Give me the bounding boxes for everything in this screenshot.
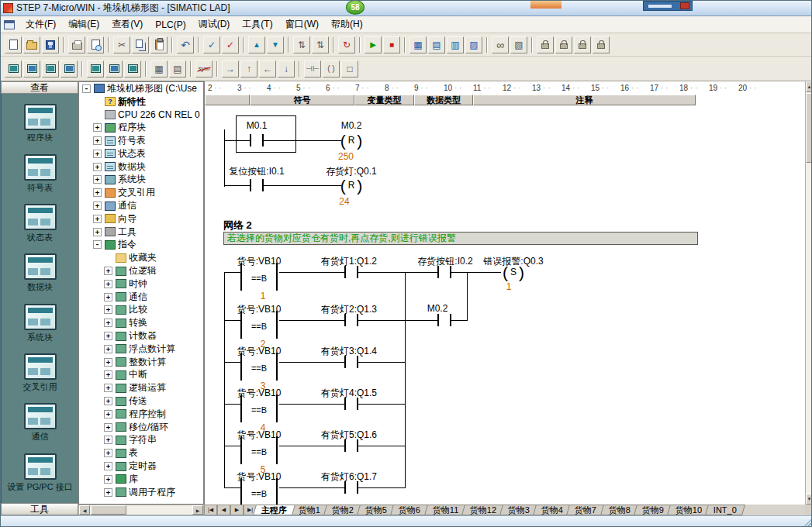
tree-item-instructions[interactable]: 指令	[79, 239, 203, 252]
operand-label[interactable]: M0.2	[341, 120, 362, 131]
tree-item-favorites[interactable]: 收藏夹	[79, 251, 203, 264]
operand-label[interactable]: M0.1	[247, 120, 268, 131]
tree-item-clock[interactable]: 时钟	[79, 277, 203, 291]
tree-expander[interactable]	[82, 84, 91, 93]
tree-item-communication2[interactable]: 通信	[79, 291, 203, 304]
ladder-canvas[interactable]: M0.1 R M0.2 250 复位按钮:I0.1 R 存货灯:Q0.1 24 …	[205, 106, 805, 505]
column-header-blank[interactable]	[205, 95, 250, 105]
operand-label[interactable]: 货号:VB10	[237, 303, 282, 316]
chart-status-icon[interactable]: ▦	[409, 36, 427, 53]
insert-network-icon[interactable]	[5, 60, 22, 78]
tree-item-program-control[interactable]: 程序控制	[79, 408, 203, 421]
column-header-comment[interactable]: 注释	[473, 95, 696, 105]
toggle-comments-icon[interactable]	[124, 60, 141, 78]
tree-item-integer-math[interactable]: 整数计算	[79, 356, 203, 369]
tree-expander[interactable]	[93, 163, 102, 171]
prev-tab-icon[interactable]: ◀	[217, 505, 230, 515]
tree-item-cpu[interactable]: CPU 226 CN REL 0	[79, 108, 203, 122]
view-item-program-block[interactable]: 程序块	[24, 104, 57, 143]
tree-item-cross-reference[interactable]: 交叉引用	[79, 186, 203, 199]
tree-item-libraries[interactable]: 库	[79, 473, 203, 486]
sort-ascending-icon[interactable]: ⇅	[293, 36, 310, 53]
tree-expander[interactable]	[104, 488, 112, 497]
view-item-status-chart[interactable]: 状态表	[24, 204, 57, 243]
tree-expander[interactable]	[104, 267, 112, 275]
options-icon[interactable]: ↻	[338, 36, 355, 53]
cut-icon[interactable]: ✂	[113, 36, 130, 53]
tree-item-symbol-table[interactable]: 符号表	[79, 134, 203, 147]
new-file-icon[interactable]	[5, 36, 22, 53]
tree-item-program-block[interactable]: 程序块	[79, 121, 203, 134]
line-down-icon[interactable]: ↓	[278, 60, 295, 78]
tree-expander[interactable]	[93, 175, 102, 184]
scroll-left-icon[interactable]: ◀	[79, 505, 90, 515]
tree-item-table[interactable]: 表	[79, 446, 203, 460]
view-item-system-block[interactable]: 系统块	[24, 304, 57, 343]
tab-cargo7[interactable]: 货物7	[566, 505, 605, 515]
vertical-scrollbar[interactable]: ▲ ▼	[805, 81, 812, 505]
tree-item-project[interactable]: 堆垛机梯形图 (C:\Use	[79, 82, 203, 95]
scroll-up-icon[interactable]: ▲	[806, 81, 812, 92]
menu-file[interactable]: 文件(F)	[19, 16, 62, 33]
tree-item-compare[interactable]: 比较	[79, 304, 203, 317]
operand-label[interactable]: 有货灯3:Q1.4	[321, 345, 377, 358]
operand-label[interactable]: 有货灯5:Q1.6	[321, 429, 377, 442]
menu-tools[interactable]: 工具(T)	[236, 16, 278, 33]
menu-help[interactable]: 帮助(H)	[325, 16, 369, 33]
mdi-child-icon[interactable]	[4, 20, 15, 29]
pause-status-icon[interactable]: ▧	[510, 36, 527, 53]
line-left-icon[interactable]: ←	[259, 60, 276, 78]
insert-contact-icon[interactable]: ⊣⊢	[304, 60, 321, 78]
operand-label[interactable]: 有货灯1:Q1.2	[321, 255, 377, 268]
insert-row-icon[interactable]	[42, 60, 59, 78]
tree-expander[interactable]	[104, 410, 112, 418]
coil-count[interactable]: 24	[339, 196, 349, 207]
tab-cargo8[interactable]: 货物8	[600, 505, 639, 515]
sort-descending-icon[interactable]: ⇅	[312, 36, 329, 53]
contact-reset-button[interactable]	[250, 179, 264, 191]
address-toggle-icon[interactable]: ▤	[169, 60, 186, 78]
symbol-info-table-icon[interactable]	[105, 60, 123, 78]
tree-horizontal-scrollbar[interactable]: ◀ ▶	[78, 505, 204, 515]
tree-expander[interactable]	[104, 423, 112, 432]
operand-label[interactable]: 存货灯:Q0.1	[326, 165, 376, 178]
tab-int0[interactable]: INT_0	[705, 505, 745, 515]
operand-label[interactable]: 货号:VB10	[237, 387, 282, 400]
tab-cargo12[interactable]: 货物12	[461, 505, 505, 515]
tree-expander[interactable]	[93, 228, 102, 236]
sym-toggle-icon[interactable]: sym	[195, 60, 213, 78]
operand-label[interactable]: 货号:VB10	[237, 429, 282, 442]
operand-label[interactable]: 货号:VB10	[237, 255, 282, 268]
tree-expander[interactable]	[93, 150, 102, 158]
tree-expander[interactable]	[104, 449, 112, 457]
print-preview-icon[interactable]	[87, 36, 104, 53]
single-read-icon[interactable]: ▥	[447, 36, 464, 53]
tab-cargo6[interactable]: 货物6	[390, 505, 429, 515]
resize-grip[interactable]	[803, 518, 812, 527]
reset-coil[interactable]: R	[338, 130, 365, 150]
compile-all-icon[interactable]: ✓	[222, 36, 239, 53]
lock-icon[interactable]	[537, 36, 554, 53]
tree-item-system-block[interactable]: 系统块	[79, 174, 203, 187]
first-tab-icon[interactable]: |◀	[204, 505, 217, 515]
undo-icon[interactable]: ↶	[177, 36, 194, 53]
upload-icon[interactable]: ▲	[248, 36, 265, 53]
force-table-icon[interactable]: ▨	[465, 36, 482, 53]
menu-window[interactable]: 窗口(W)	[279, 16, 325, 33]
insert-coil-icon[interactable]: ( )	[323, 60, 340, 78]
delete-row-icon[interactable]	[60, 60, 78, 78]
grid-toggle-icon[interactable]: ▦	[150, 60, 168, 78]
tree-expander[interactable]	[104, 293, 112, 301]
scrollbar-thumb[interactable]	[806, 93, 812, 163]
tree-expander[interactable]	[93, 188, 102, 197]
tree-expander[interactable]	[104, 345, 112, 353]
tree-item-shift-rotate[interactable]: 移位/循环	[79, 421, 203, 434]
tree-expander[interactable]	[93, 136, 102, 145]
network-comment[interactable]: 若选择的货物对应货仓有货时,再点存货,则进行错误报警	[223, 232, 698, 245]
tree-item-tools[interactable]: 工具	[79, 226, 203, 239]
open-project-icon[interactable]	[23, 36, 40, 53]
tree-item-data-block[interactable]: 数据块	[79, 160, 203, 174]
tab-main-program[interactable]: 主程序	[253, 505, 295, 515]
paste-icon[interactable]	[150, 36, 168, 53]
pou-properties-icon[interactable]	[87, 60, 104, 78]
